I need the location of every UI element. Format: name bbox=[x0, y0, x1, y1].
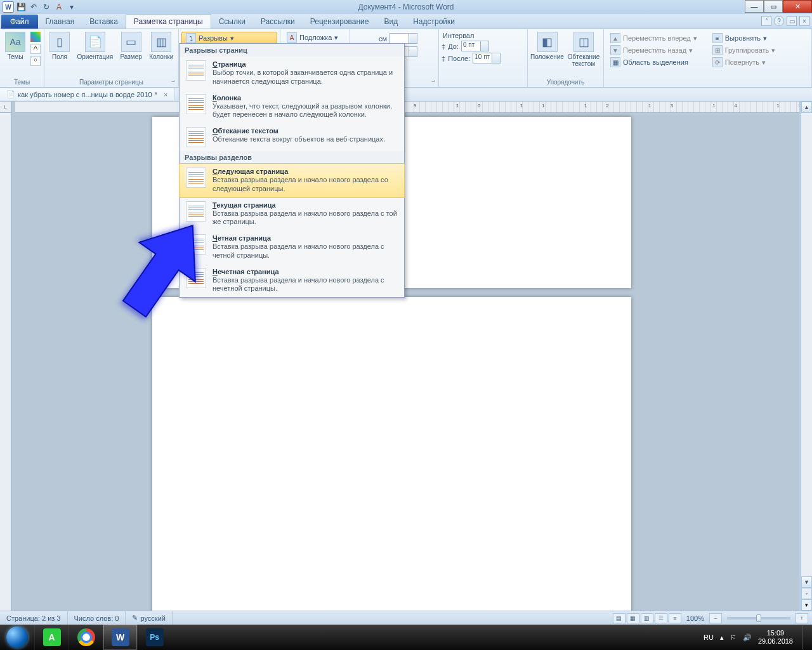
maximize-button[interactable]: ▭ bbox=[764, 0, 783, 13]
spacing-before-spinner[interactable]: 0 пт bbox=[461, 41, 489, 51]
bring-forward-icon: ▲ bbox=[610, 33, 620, 43]
breaks-button[interactable]: ⤵Разрывы ▾ bbox=[181, 32, 277, 44]
tray-chevron-up-icon[interactable]: ▴ bbox=[720, 633, 724, 642]
prev-page-icon[interactable]: ◦ bbox=[801, 588, 812, 599]
wrap-button[interactable]: ◫Обтекание текстом bbox=[566, 30, 601, 69]
margins-button[interactable]: ▯Поля bbox=[47, 30, 72, 62]
zoom-thumb[interactable] bbox=[756, 614, 761, 622]
status-words[interactable]: Число слов: 0 bbox=[68, 611, 126, 625]
size-button[interactable]: ▭Размер bbox=[118, 30, 145, 62]
word-icon[interactable]: W bbox=[3, 1, 14, 13]
columns-icon: ▥ bbox=[151, 32, 171, 52]
status-page[interactable]: Страница: 2 из 3 bbox=[0, 611, 68, 625]
tab-references[interactable]: Ссылки bbox=[211, 15, 253, 29]
window-title: Документ4 - Microsoft Word bbox=[358, 3, 454, 11]
tab-mailings[interactable]: Рассылки bbox=[253, 15, 303, 29]
themes-button[interactable]: Aa Темы bbox=[3, 30, 28, 62]
dd-item-next-page[interactable]: Следующая страницаВставка разрыва раздел… bbox=[180, 164, 404, 197]
view-web-icon[interactable]: ▥ bbox=[641, 613, 653, 623]
spellcheck-icon: ✎ bbox=[132, 614, 138, 622]
bring-forward-button[interactable]: ▲Переместить вперед ▾ bbox=[606, 32, 701, 44]
tab-insert[interactable]: Вставка bbox=[82, 15, 126, 29]
view-outline-icon[interactable]: ☰ bbox=[655, 613, 667, 623]
rotate-button[interactable]: ⟳Повернуть ▾ bbox=[709, 56, 780, 68]
spacing-after-spinner[interactable]: 10 пт bbox=[473, 53, 501, 63]
doc-close-icon[interactable]: × bbox=[799, 16, 809, 26]
minimize-button[interactable]: — bbox=[745, 0, 764, 13]
tab-view[interactable]: Вид bbox=[376, 15, 405, 29]
vertical-ruler[interactable] bbox=[0, 113, 11, 611]
help-icon[interactable]: ? bbox=[774, 16, 784, 26]
zoom-in-button[interactable]: + bbox=[796, 613, 808, 623]
tray-volume-icon[interactable]: 🔊 bbox=[743, 633, 752, 642]
dd-item-page[interactable]: СтраницаВыбор точки, в которой заканчива… bbox=[180, 56, 404, 90]
dd-item-column[interactable]: КолонкаУказывает, что текст, следующий з… bbox=[180, 90, 404, 124]
group-page-setup-label[interactable]: Параметры страницы bbox=[47, 77, 176, 87]
page-2[interactable] bbox=[152, 297, 631, 611]
margins-label: Поля bbox=[52, 53, 67, 60]
align-button[interactable]: ≡Выровнять ▾ bbox=[709, 32, 780, 44]
dd-item-odd-page[interactable]: Нечетная страницаВставка разрыва раздела… bbox=[180, 264, 404, 298]
size-icon: ▭ bbox=[121, 32, 141, 52]
selection-pane-button[interactable]: ▦Область выделения bbox=[606, 56, 701, 68]
document-tab[interactable]: 📄 как убрать номер с п...ницы в ворде 20… bbox=[0, 88, 174, 100]
ruler-origin[interactable]: L bbox=[0, 102, 11, 113]
next-page-icon[interactable]: ▾ bbox=[801, 599, 812, 611]
tray-date: 29.06.2018 bbox=[758, 637, 793, 646]
theme-colors-icon[interactable] bbox=[30, 32, 41, 42]
tray-lang[interactable]: RU bbox=[704, 633, 714, 641]
zoom-slider[interactable] bbox=[727, 617, 790, 620]
zoom-value[interactable]: 100% bbox=[683, 614, 708, 622]
columns-button[interactable]: ▥Колонки bbox=[147, 30, 176, 62]
odd-page-section-icon bbox=[186, 268, 206, 288]
qat-more-icon[interactable]: ▾ bbox=[66, 1, 77, 13]
taskbar-chrome[interactable] bbox=[69, 625, 103, 650]
dd-item-text-wrap[interactable]: Обтекание текстомОбтекание текста вокруг… bbox=[180, 123, 404, 151]
indent-left-spinner[interactable] bbox=[390, 33, 417, 44]
tab-file[interactable]: Файл bbox=[1, 15, 38, 29]
page-break-icon bbox=[186, 60, 206, 81]
position-icon: ◧ bbox=[537, 32, 558, 52]
undo-icon[interactable]: ↶ bbox=[28, 1, 39, 13]
show-desktop-button[interactable] bbox=[802, 625, 807, 649]
tray-flag-icon[interactable]: ⚐ bbox=[730, 633, 737, 642]
vertical-scrollbar[interactable]: ▲ ▼ ◦ ▾ bbox=[801, 102, 812, 611]
group-button[interactable]: ⊞Группировать ▾ bbox=[709, 44, 780, 56]
dd-item-even-page[interactable]: Четная страницаВставка разрыва раздела и… bbox=[180, 230, 404, 264]
position-button[interactable]: ◧Положение bbox=[530, 30, 564, 62]
taskbar-app-1[interactable]: A bbox=[34, 625, 69, 650]
watermark-button[interactable]: AПодложка ▾ bbox=[283, 32, 347, 43]
tab-addins[interactable]: Надстройки bbox=[405, 15, 462, 29]
dd-item-desc: Указывает, что текст, следующий за разры… bbox=[213, 102, 398, 120]
scroll-up-icon[interactable]: ▲ bbox=[801, 102, 812, 113]
breaks-dropdown: Разрывы страниц СтраницаВыбор точки, в к… bbox=[179, 43, 405, 298]
font-color-icon[interactable]: A bbox=[53, 1, 65, 13]
taskbar-word[interactable]: W bbox=[103, 625, 137, 650]
next-page-section-icon bbox=[186, 168, 206, 188]
save-icon[interactable]: 💾 bbox=[15, 1, 27, 13]
redo-icon[interactable]: ↻ bbox=[41, 1, 52, 13]
tab-page-layout[interactable]: Разметка страницы bbox=[126, 14, 211, 29]
tray-clock[interactable]: 15:0929.06.2018 bbox=[758, 629, 793, 646]
scroll-down-icon[interactable]: ▼ bbox=[801, 576, 812, 588]
view-print-layout-icon[interactable]: ▤ bbox=[613, 613, 625, 623]
send-back-button[interactable]: ▼Переместить назад ▾ bbox=[606, 44, 701, 56]
tab-review[interactable]: Рецензирование bbox=[303, 15, 377, 29]
view-fullscreen-icon[interactable]: ▦ bbox=[627, 613, 639, 623]
dd-item-continuous[interactable]: Текущая страницаВставка разрыва раздела … bbox=[180, 197, 404, 231]
doc-restore-icon[interactable]: ▭ bbox=[787, 16, 797, 26]
view-draft-icon[interactable]: ≡ bbox=[669, 613, 681, 623]
theme-fonts-icon[interactable]: A bbox=[30, 44, 41, 54]
ribbon-minimize-icon[interactable]: ˄ bbox=[761, 16, 771, 26]
zoom-out-button[interactable]: − bbox=[709, 613, 722, 623]
close-button[interactable]: ✕ bbox=[783, 0, 812, 13]
document-tab-close-icon[interactable]: × bbox=[160, 91, 167, 98]
status-language[interactable]: ✎русский bbox=[126, 611, 172, 625]
start-button[interactable] bbox=[0, 625, 34, 650]
spacing-header: Интервал bbox=[442, 32, 525, 39]
tab-home[interactable]: Главная bbox=[38, 15, 82, 29]
theme-effects-icon[interactable]: ○ bbox=[30, 56, 41, 66]
horizontal-ruler[interactable]: 9 10 11 12 13 14 15 16 17 bbox=[15, 102, 799, 113]
orientation-button[interactable]: 📄Ориентация bbox=[75, 30, 115, 62]
taskbar-photoshop[interactable]: Ps bbox=[137, 625, 171, 650]
